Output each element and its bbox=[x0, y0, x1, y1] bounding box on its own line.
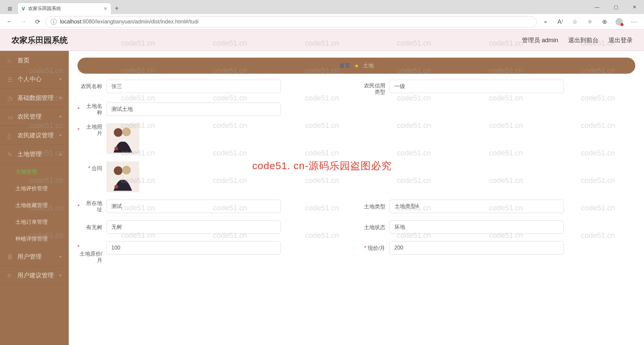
label-address: *所在地址 bbox=[77, 200, 106, 213]
label-farmer-credit: 农民信用类型 bbox=[361, 80, 389, 95]
window-close-button[interactable]: ✕ bbox=[625, 0, 644, 14]
svg-point-6 bbox=[122, 166, 131, 175]
anime-thumbnail-icon bbox=[106, 123, 139, 154]
sidebar-item-user-suggest[interactable]: ≡ 用户建议管理 ▾ bbox=[0, 266, 69, 285]
sidebar-item-farmer-suggest[interactable]: ▯ 农民建议管理 ▾ bbox=[0, 126, 69, 145]
label-farmer-name: 农民名称 bbox=[77, 80, 106, 93]
farmer-credit-input[interactable] bbox=[389, 80, 564, 93]
label-land-status: 土地状态 bbox=[361, 220, 389, 234]
label-contract: *合同 bbox=[77, 161, 106, 175]
nav-forward-button[interactable]: → bbox=[17, 16, 30, 28]
sidebar-item-label: 种植详情管理 bbox=[15, 235, 48, 243]
address-input[interactable] bbox=[106, 200, 281, 213]
farmer-name-input[interactable] bbox=[106, 80, 281, 93]
new-tab-button[interactable]: + bbox=[111, 3, 122, 14]
sidebar-item-label: 农民管理 bbox=[17, 113, 42, 121]
sidebar-item-label: 农民建议管理 bbox=[17, 131, 54, 139]
label-has-tree: 有无树 bbox=[77, 220, 106, 234]
curr-price-input[interactable] bbox=[389, 241, 564, 255]
breadcrumb: 首页 ★ 土地 bbox=[77, 58, 635, 74]
users-icon: ≣ bbox=[7, 254, 13, 260]
breadcrumb-current: 土地 bbox=[363, 62, 374, 69]
has-tree-input[interactable] bbox=[106, 220, 281, 234]
chevron-down-icon: ▾ bbox=[59, 95, 61, 100]
sidebar-item-label: 土地收藏管理 bbox=[15, 202, 48, 209]
sidebar-item-basic-data[interactable]: ◷ 基础数据管理 ▾ bbox=[0, 88, 69, 107]
app-header: 农家乐田园系统 管理员 admin 退出到前台 退出登录 bbox=[0, 29, 644, 51]
extensions-icon[interactable]: ⊕ bbox=[598, 15, 611, 28]
sidebar-sub-land-plant[interactable]: 种植详情管理 bbox=[0, 230, 69, 247]
app-title: 农家乐田园系统 bbox=[11, 35, 68, 46]
header-front-link[interactable]: 退出到前台 bbox=[568, 36, 598, 44]
window-controls: — ▢ ✕ bbox=[588, 0, 644, 14]
land-name-input[interactable] bbox=[106, 102, 281, 116]
bars-icon: ≡ bbox=[7, 272, 13, 278]
land-photo-thumb[interactable] bbox=[106, 123, 139, 154]
favorite-icon[interactable]: ☆ bbox=[568, 15, 582, 28]
content-area: 首页 ★ 土地 农民名称 农民信用类型 *土地名称 *土地照片 bbox=[69, 51, 644, 345]
chevron-up-icon: ▴ bbox=[59, 152, 61, 156]
header-user[interactable]: 管理员 admin bbox=[522, 36, 558, 44]
sidebar-item-label: 个人中心 bbox=[17, 75, 42, 83]
read-aloud-icon[interactable]: A⁾ bbox=[553, 15, 567, 28]
collections-icon[interactable]: ✧ bbox=[583, 15, 596, 28]
window-minimize-button[interactable]: — bbox=[588, 0, 606, 14]
tab-title: 农家乐田园系统 bbox=[28, 6, 61, 12]
contract-thumb[interactable] bbox=[106, 161, 139, 192]
chevron-down-icon: ▾ bbox=[59, 273, 61, 278]
browser-tab[interactable]: V 农家乐田园系统 × bbox=[17, 3, 111, 14]
profile-avatar[interactable] bbox=[612, 15, 626, 28]
orig-price-input[interactable] bbox=[106, 241, 281, 255]
sidebar-item-label: 土地管理 bbox=[15, 168, 37, 176]
note-icon: ▯ bbox=[7, 132, 13, 138]
address-bar: ← → ⟳ i localhost:8080/lexiangtianyuan/a… bbox=[0, 14, 644, 29]
sidebar-sub-land-manage[interactable]: 土地管理 bbox=[0, 163, 69, 180]
nav-back-button[interactable]: ← bbox=[3, 16, 15, 28]
label-curr-price: *现价/月 bbox=[361, 241, 389, 255]
sidebar-item-label: 土地评价管理 bbox=[15, 185, 48, 192]
sidebar-sub-land-review[interactable]: 土地评价管理 bbox=[0, 180, 69, 197]
sidebar-item-label: 基础数据管理 bbox=[17, 94, 54, 102]
svg-point-1 bbox=[114, 128, 122, 137]
tab-strip: ▥ V 农家乐田园系统 × + — ▢ ✕ bbox=[0, 0, 644, 14]
chevron-down-icon: ▾ bbox=[59, 133, 61, 138]
label-land-name: *土地名称 bbox=[77, 102, 106, 116]
land-status-input[interactable] bbox=[389, 220, 564, 234]
sidebar-sub-land-order[interactable]: 土地订单管理 bbox=[0, 214, 69, 230]
tab-close-icon[interactable]: × bbox=[104, 6, 107, 12]
gear-icon: ◷ bbox=[7, 95, 13, 101]
home-icon: ⌂ bbox=[7, 57, 13, 63]
password-icon[interactable]: ⌁ bbox=[539, 15, 552, 28]
sidebar-item-label: 用户建议管理 bbox=[17, 271, 54, 279]
header-logout-link[interactable]: 退出登录 bbox=[608, 36, 633, 44]
anime-thumbnail-icon bbox=[106, 161, 139, 192]
chevron-down-icon: ▾ bbox=[59, 114, 61, 119]
tab-overview-button[interactable]: ▥ bbox=[4, 3, 15, 14]
sidebar-item-label: 土地订单管理 bbox=[15, 219, 48, 226]
url-field[interactable]: i localhost:8080/lexiangtianyuan/admin/d… bbox=[46, 16, 537, 27]
sidebar-sub-land-fav[interactable]: 土地收藏管理 bbox=[0, 197, 69, 214]
label-land-photo: *土地照片 bbox=[77, 123, 106, 137]
site-info-icon[interactable]: i bbox=[51, 19, 57, 25]
url-host: localhost:8080/lexiangtianyuan/admin/dis… bbox=[60, 19, 199, 25]
window-maximize-button[interactable]: ▢ bbox=[606, 0, 625, 14]
sidebar-item-personal[interactable]: ☰ 个人中心 ▾ bbox=[0, 70, 69, 88]
nav-reload-button[interactable]: ⟳ bbox=[32, 16, 44, 28]
center-watermark: code51. cn-源码乐园盗图必究 bbox=[252, 159, 392, 173]
chevron-down-icon: ▾ bbox=[59, 254, 61, 259]
label-orig-price: *土地原价/月 bbox=[77, 241, 106, 263]
sidebar-item-farmer[interactable]: ▭ 农民管理 ▾ bbox=[0, 107, 69, 126]
svg-point-3 bbox=[114, 147, 118, 150]
sidebar-item-land[interactable]: ✎ 土地管理 ▴ bbox=[0, 145, 69, 163]
sidebar: ⌂ 首页 ☰ 个人中心 ▾ ◷ 基础数据管理 ▾ ▭ 农民管理 ▾ ▯ 农民建议… bbox=[0, 51, 69, 345]
sidebar-item-home[interactable]: ⌂ 首页 bbox=[0, 51, 69, 70]
land-icon: ✎ bbox=[7, 151, 13, 157]
sidebar-item-user[interactable]: ≣ 用户管理 ▾ bbox=[0, 247, 69, 266]
browser-menu-icon[interactable]: ⋯ bbox=[627, 15, 641, 28]
folder-icon: ▭ bbox=[7, 114, 13, 120]
sidebar-item-label: 首页 bbox=[17, 56, 30, 64]
land-type-input[interactable] bbox=[389, 200, 564, 213]
breadcrumb-home[interactable]: 首页 bbox=[339, 62, 350, 69]
svg-point-5 bbox=[114, 166, 122, 175]
user-icon: ☰ bbox=[7, 76, 13, 82]
